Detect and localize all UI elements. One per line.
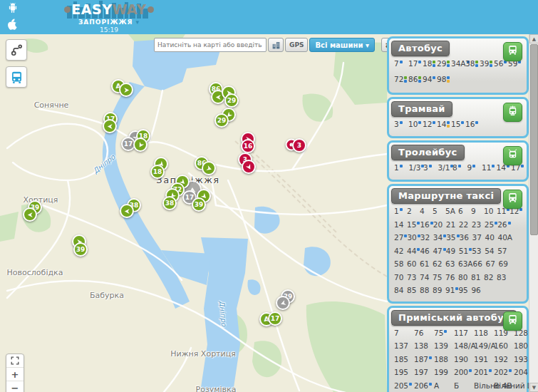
route-number[interactable]: 15 [451, 120, 465, 128]
city-selector[interactable]: ЗАПОРІЖЖЯ ▾ [63, 19, 155, 26]
route-number[interactable]: 193 [514, 355, 530, 363]
route-number[interactable]: 54 [485, 247, 497, 255]
route-number[interactable]: 46 [420, 247, 433, 255]
vehicle-filter-dropdown[interactable]: Всі машини ▾ [309, 38, 374, 52]
route-number[interactable]: 51 [459, 247, 472, 255]
route-number[interactable]: 190 [454, 355, 470, 363]
route-number[interactable]: 160 [494, 341, 510, 350]
route-number[interactable]: 188 [434, 355, 450, 363]
route-number[interactable]: 44 [407, 247, 420, 255]
route-number[interactable]: 27 [394, 233, 407, 242]
vehicle-badge-marker[interactable]: 17 [268, 311, 282, 326]
bus-toggle-button[interactable] [503, 42, 522, 61]
route-number[interactable]: 9 [471, 207, 484, 215]
route-number[interactable]: 74 [420, 273, 433, 282]
route-number[interactable]: 191 [474, 355, 490, 363]
route-number[interactable]: 3/1 [438, 163, 453, 172]
vehicle-direction-marker[interactable] [120, 204, 134, 218]
vehicle-direction-marker[interactable] [103, 119, 117, 133]
route-number[interactable]: Вільне 4В [474, 381, 490, 390]
route-number[interactable]: 63A [458, 259, 473, 268]
route-number[interactable]: 17 [408, 59, 423, 68]
vehicle-badge-marker[interactable]: 29 [224, 93, 239, 108]
route-number[interactable]: 1/3 [409, 163, 424, 172]
vehicle-direction-marker[interactable] [23, 207, 37, 222]
search-input[interactable] [154, 38, 267, 52]
vehicle-direction-marker[interactable] [276, 296, 290, 310]
route-number[interactable]: 72 [394, 75, 408, 83]
route-planner-button[interactable] [6, 39, 27, 61]
route-number[interactable]: 91 [445, 286, 458, 294]
route-number[interactable]: 89 [433, 286, 445, 294]
route-number[interactable]: 26 [497, 220, 510, 229]
route-number[interactable]: 98 [437, 75, 451, 83]
vehicle-badge-marker[interactable]: 3 [292, 138, 306, 153]
route-number[interactable]: 47 [433, 247, 445, 255]
route-number[interactable]: 14 [437, 120, 451, 128]
route-number[interactable]: 149/A [474, 341, 490, 350]
route-number[interactable]: 20 [433, 220, 446, 229]
vehicle-badge-marker[interactable]: 39 [73, 242, 88, 257]
scrollbar-thumb[interactable] [530, 44, 538, 235]
route-number[interactable]: 195 [394, 368, 410, 376]
route-number[interactable]: Б [454, 381, 470, 390]
route-number[interactable]: 3 [394, 120, 408, 128]
fullscreen-button[interactable] [6, 354, 24, 367]
route-number[interactable]: 22 [459, 220, 472, 229]
route-number[interactable]: 60 [407, 259, 420, 268]
route-number[interactable]: 69 [499, 259, 512, 268]
route-number[interactable]: 85 [407, 286, 420, 294]
route-number[interactable]: 118 [474, 329, 490, 337]
route-number[interactable]: 40A [498, 233, 513, 242]
zoom-out-button[interactable]: − [6, 381, 24, 392]
route-number[interactable]: 23 [472, 220, 485, 229]
route-number[interactable]: 36 [460, 233, 472, 242]
route-number[interactable]: 88 [420, 286, 433, 294]
route-number[interactable]: 16 [420, 220, 433, 229]
route-number[interactable]: 199 [434, 368, 450, 376]
route-number[interactable]: 2 [407, 207, 420, 215]
route-number[interactable]: 206 [414, 381, 430, 390]
route-number[interactable]: 86 [408, 75, 423, 83]
route-number[interactable]: 5A [445, 207, 458, 215]
route-number[interactable]: 200 [454, 368, 470, 376]
route-number[interactable]: 83 [497, 273, 509, 282]
vehicle-badge-marker[interactable]: 16 [241, 139, 255, 153]
route-number[interactable]: 148/A [454, 341, 470, 350]
route-number[interactable]: Вільний Шлях [494, 381, 518, 390]
scroll-up-button[interactable]: ▲ [529, 34, 538, 43]
route-number[interactable]: 10 [408, 120, 423, 128]
easyway-logo[interactable]: EASYWAY [63, 1, 155, 17]
route-number[interactable]: 75 [434, 329, 450, 337]
route-number[interactable]: А [434, 381, 450, 390]
route-number[interactable]: 4 [420, 207, 433, 215]
route-number[interactable]: 76 [445, 273, 458, 282]
route-number[interactable]: 11 [482, 163, 497, 172]
route-number[interactable]: 40 [485, 233, 498, 242]
vehicle-badge-marker[interactable]: 29 [214, 113, 229, 128]
trolleybus-toggle-button[interactable] [503, 146, 522, 165]
vehicle-badge-marker[interactable]: 39 [192, 197, 206, 212]
route-number[interactable]: 202 [494, 368, 510, 376]
route-number[interactable]: 62 [433, 259, 445, 268]
route-number[interactable]: 139 [434, 341, 450, 350]
route-number[interactable]: 205 [394, 381, 410, 390]
route-number[interactable]: 204 [514, 368, 530, 376]
route-number[interactable]: 29 [437, 59, 451, 68]
route-number[interactable]: 70 [394, 273, 407, 282]
route-number[interactable]: 73 [407, 273, 420, 282]
route-number[interactable]: 35 [446, 233, 459, 242]
apple-app-icon[interactable] [6, 18, 20, 32]
route-number[interactable]: 34 [433, 233, 446, 242]
vehicle-direction-marker[interactable] [202, 161, 216, 175]
route-number[interactable]: 14 [394, 220, 407, 229]
route-number[interactable]: 80 [458, 273, 471, 282]
route-number[interactable]: 61 [420, 259, 433, 268]
route-number[interactable]: 34A [451, 59, 465, 68]
route-number[interactable]: 82 [484, 273, 497, 282]
bus-toggle-button[interactable] [503, 311, 522, 331]
route-number[interactable]: 192 [494, 355, 510, 363]
vehicle-badge-marker[interactable]: 38 [162, 196, 177, 210]
route-number[interactable]: 12 [423, 120, 437, 128]
route-number[interactable]: 15 [407, 220, 420, 229]
